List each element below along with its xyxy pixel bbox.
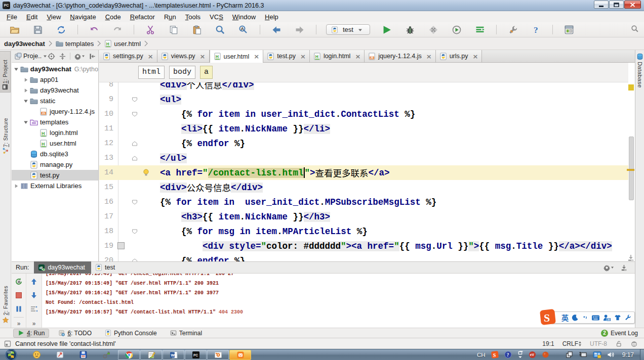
pause-output-button[interactable] [15, 305, 23, 313]
project-view-selector[interactable]: Proje.. [15, 53, 47, 60]
collapse-all-icon[interactable] [59, 53, 66, 60]
fold-marker[interactable] [132, 253, 139, 261]
tab-settings-py[interactable]: settings.py× [99, 50, 157, 62]
forward-icon[interactable] [288, 23, 311, 36]
menu-navigate[interactable]: Navigate [65, 12, 100, 22]
editor-crumb-body[interactable]: body [169, 66, 195, 79]
intention-bulb-icon[interactable] [143, 165, 150, 180]
menu-run[interactable]: Run [159, 12, 181, 22]
stop-button[interactable] [15, 291, 23, 299]
vpn-tray-icon[interactable] [529, 351, 536, 358]
toolwindow-button-6-todo[interactable]: 6: TODO [54, 329, 96, 337]
fold-marker[interactable] [132, 92, 139, 107]
close-tab-icon[interactable]: × [300, 53, 306, 60]
run-icon[interactable] [375, 23, 398, 36]
sogou-logo-icon[interactable] [540, 309, 556, 325]
stripe-2-favorites[interactable]: 2: Favorites [0, 286, 11, 324]
collapsed-arrow-icon[interactable] [14, 184, 19, 189]
code-line-12[interactable]: {% endfor %} [155, 136, 245, 151]
close-tab-icon[interactable]: × [426, 53, 432, 60]
tree-item-test-py[interactable]: test.py [12, 170, 98, 181]
floppy-app-icon[interactable] [78, 350, 88, 360]
line-separator-selector[interactable]: CRLF [562, 340, 582, 347]
tree-item-day93wechat[interactable]: day93wechat [12, 85, 98, 96]
tab-urls-py[interactable]: urls.py× [436, 50, 482, 62]
undo-icon[interactable] [83, 23, 106, 36]
code-line-11[interactable]: <li>{{ item.NickName }}</li> [155, 121, 330, 136]
gear-icon[interactable] [74, 53, 85, 60]
close-button[interactable] [624, 1, 641, 9]
scroll-to-end-icon[interactable] [627, 254, 635, 262]
breadcrumb-item[interactable]: templates [56, 40, 94, 48]
taskbar-chrome-icon[interactable] [118, 350, 140, 360]
sogou-tray-icon[interactable] [491, 351, 499, 358]
menu-refactor[interactable]: Refactor [126, 12, 159, 22]
find-icon[interactable] [209, 23, 232, 36]
media-app-icon[interactable] [55, 350, 65, 360]
stripe-7-structure[interactable]: 7: Structure [0, 109, 11, 156]
help-tray-icon[interactable] [504, 351, 512, 358]
key-app-icon[interactable] [101, 350, 111, 360]
error-stripe-warning-mark[interactable] [628, 84, 634, 91]
toolwindow-button-python-console[interactable]: Python Console [101, 329, 161, 337]
back-icon[interactable] [265, 23, 288, 36]
tab-views-py[interactable]: views.py× [157, 50, 210, 62]
toolwindow-quick-access-icon[interactable] [4, 340, 11, 347]
minimize-tool-window-icon[interactable] [620, 264, 628, 272]
expanded-arrow-icon[interactable] [14, 67, 19, 72]
structure-icon[interactable] [557, 23, 581, 36]
fold-marker[interactable] [132, 151, 139, 165]
login-person-icon[interactable] [602, 314, 611, 322]
unlock-icon[interactable] [615, 340, 622, 347]
djconsole-icon[interactable] [468, 23, 492, 36]
tree-item-login-html[interactable]: login.html [12, 127, 98, 138]
event-log-button[interactable]: 2 Event Log [601, 330, 644, 337]
messenger-icon[interactable] [31, 350, 42, 360]
editor-scrollbar[interactable] [628, 63, 635, 261]
code-line-14[interactable]: <a href="/contact-list.html">查看更多联系</a> [155, 165, 390, 180]
menu-file[interactable]: File [2, 12, 22, 22]
close-tab-icon[interactable]: × [472, 53, 478, 60]
menu-tools[interactable]: Tools [181, 12, 205, 22]
taskbar-word-icon[interactable] [163, 350, 184, 360]
scrollbar-thumb[interactable] [629, 137, 634, 200]
sync-icon[interactable] [50, 23, 73, 36]
coverage-icon[interactable] [422, 23, 445, 36]
ime-language-mode[interactable]: 英 [561, 312, 569, 323]
menu-edit[interactable]: Edit [22, 12, 42, 22]
cut-icon[interactable] [139, 23, 162, 36]
ime-wrench-icon[interactable] [624, 314, 631, 321]
maximize-button[interactable] [609, 1, 624, 9]
replace-icon[interactable] [232, 23, 255, 36]
close-tab-icon[interactable]: × [254, 53, 259, 60]
close-tab-icon[interactable]: × [148, 53, 153, 60]
more-actions-chevron[interactable]: » [17, 320, 21, 327]
code-line-16[interactable]: {% for item in user_init_dict.MPSubscrib… [155, 195, 436, 209]
tree-item-static[interactable]: static [12, 96, 98, 106]
run-tab-day93wechat[interactable]: day93wechat [34, 261, 91, 274]
tree-item-user-html[interactable]: user.html [12, 138, 98, 149]
collapsed-arrow-icon[interactable] [23, 77, 28, 82]
open-folder-icon[interactable] [3, 23, 26, 36]
search-everywhere-icon[interactable] [631, 25, 639, 34]
save-icon[interactable] [26, 23, 50, 36]
tree-item-day93wechat[interactable]: day93wechatG:\pytho [12, 64, 98, 74]
menu-vcs[interactable]: VCS [205, 12, 228, 22]
caret-position[interactable]: 19:1 [542, 340, 554, 347]
toolwindow-button-terminal[interactable]: Terminal [166, 329, 206, 337]
hide-panel-icon[interactable] [89, 53, 96, 60]
fold-marker[interactable] [132, 107, 139, 121]
file-encoding[interactable]: UTF-8 [590, 340, 607, 347]
code-line-13[interactable]: </ul> [155, 151, 187, 165]
keyboard-icon[interactable] [591, 314, 600, 321]
close-tab-icon[interactable]: × [200, 53, 206, 60]
taskbar-notepad-icon[interactable] [140, 350, 162, 360]
rerun-button[interactable] [15, 278, 23, 286]
breadcrumb-item[interactable]: user.html [104, 40, 141, 48]
notification-dot-icon[interactable] [542, 351, 549, 358]
code-line-19[interactable]: <div style="color: #dddddd"><a href="{{ … [155, 239, 612, 253]
taskbar-pycharm-icon[interactable] [185, 350, 207, 360]
expanded-arrow-icon[interactable] [23, 120, 28, 125]
tab-user-html[interactable]: user.html× [210, 50, 264, 63]
copy-icon[interactable] [162, 23, 185, 36]
